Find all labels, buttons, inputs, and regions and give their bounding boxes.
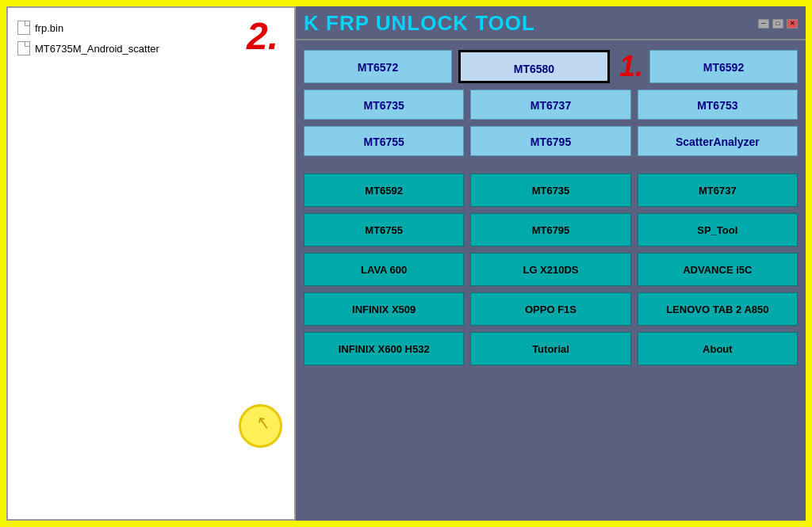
frp-tool-panel: K FRP UNLOCK TOOL ─ □ ✕ MT6572 MT6580 1.… <box>296 6 806 521</box>
infinix-x509-button[interactable]: INFINIX X509 <box>304 292 464 326</box>
scatter-analyzer-button[interactable]: ScatterAnalyzer <box>638 126 798 156</box>
step-1-label: 1. <box>619 50 643 83</box>
sp-tool-button[interactable]: SP_Tool <box>638 213 798 246</box>
teal-row-3: LAVA 600 LG X210DS ADVANCE i5C <box>304 253 798 286</box>
close-button[interactable]: ✕ <box>787 19 798 29</box>
title-bar: K FRP UNLOCK TOOL ─ □ ✕ <box>296 6 806 39</box>
file-icon <box>17 41 30 55</box>
mt6795-teal-button[interactable]: MT6795 <box>470 213 630 246</box>
infinix-x600-button[interactable]: INFINIX X600 H532 <box>304 332 464 365</box>
mt6572-button[interactable]: MT6572 <box>304 50 452 83</box>
mt6753-button[interactable]: MT6753 <box>638 90 798 120</box>
teal-row-2: MT6755 MT6795 SP_Tool <box>304 213 798 246</box>
mt6592-teal-button[interactable]: MT6592 <box>304 174 464 207</box>
mt6735-teal-button[interactable]: MT6735 <box>470 174 630 207</box>
file-explorer-panel: frp.bin MT6735M_Android_scatter 2. ↖ <box>6 6 296 521</box>
mt6737-teal-button[interactable]: MT6737 <box>638 174 798 207</box>
mt6592-top-button[interactable]: MT6592 <box>649 50 798 83</box>
advance-i5c-button[interactable]: ADVANCE i5C <box>638 253 798 286</box>
file-icon <box>17 21 30 35</box>
mt6737-button[interactable]: MT6737 <box>470 90 630 120</box>
top-button-area: MT6572 MT6580 1. MT6592 MT6735 MT6737 MT… <box>296 47 806 166</box>
minimize-button[interactable]: ─ <box>758 19 769 29</box>
teal-row-4: INFINIX X509 OPPO F1S LENOVO TAB 2 A850 <box>304 292 798 326</box>
lenovo-tab2-button[interactable]: LENOVO TAB 2 A850 <box>638 292 798 326</box>
mt6755-button[interactable]: MT6755 <box>304 126 464 156</box>
file-name: frp.bin <box>35 22 63 34</box>
mt6580-button[interactable]: MT6580 <box>458 50 610 83</box>
bottom-section: INFINIX X600 H532 Tutorial About <box>296 332 806 373</box>
list-item[interactable]: frp.bin <box>16 17 286 38</box>
mt6755-teal-button[interactable]: MT6755 <box>304 213 464 246</box>
bottom-row: INFINIX X600 H532 Tutorial About <box>304 332 798 365</box>
list-item[interactable]: MT6735M_Android_scatter <box>16 38 286 59</box>
lava600-button[interactable]: LAVA 600 <box>304 253 464 286</box>
lg-x210ds-button[interactable]: LG X210DS <box>470 253 630 286</box>
mid-row-1: MT6735 MT6737 MT6753 <box>304 90 798 120</box>
mid-row-2: MT6755 MT6795 ScatterAnalyzer <box>304 126 798 156</box>
tutorial-button[interactable]: Tutorial <box>470 332 630 365</box>
about-button[interactable]: About <box>638 332 798 365</box>
step-2-label: 2. <box>247 14 278 58</box>
maximize-button[interactable]: □ <box>772 19 783 29</box>
file-name: MT6735M_Android_scatter <box>35 43 159 55</box>
mt6795-button[interactable]: MT6795 <box>470 126 630 156</box>
mt6735-button[interactable]: MT6735 <box>304 90 464 120</box>
oppo-f1s-button[interactable]: OPPO F1S <box>470 292 630 326</box>
title-divider <box>296 39 806 40</box>
window-controls: ─ □ ✕ <box>758 19 798 29</box>
teal-row-1: MT6592 MT6735 MT6737 <box>304 174 798 207</box>
top-row: MT6572 MT6580 1. MT6592 <box>304 50 798 83</box>
app-title: K FRP UNLOCK TOOL <box>304 11 535 36</box>
teal-section: MT6592 MT6735 MT6737 MT6755 MT6795 SP_To… <box>296 174 806 326</box>
